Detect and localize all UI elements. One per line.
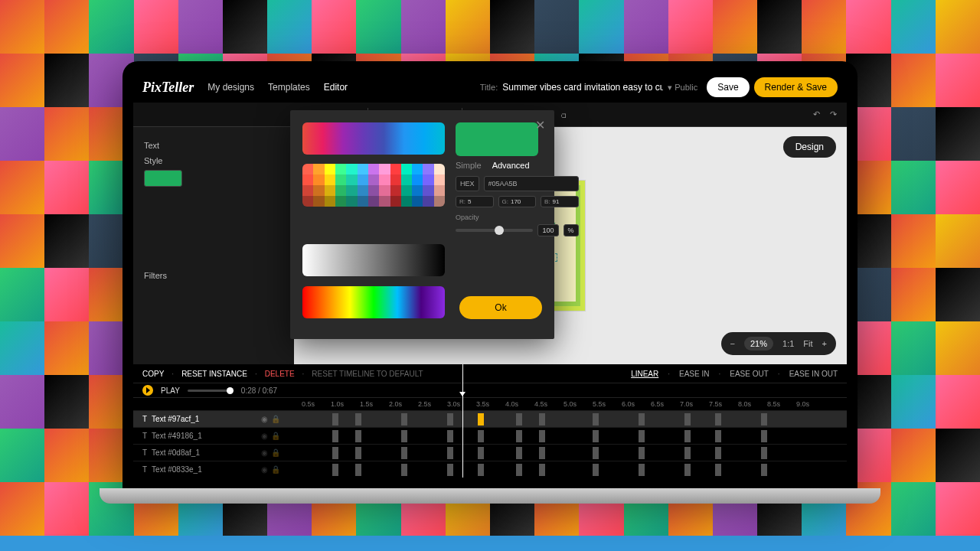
style-color-chip[interactable] — [144, 170, 182, 187]
zoom-percent[interactable]: 21% — [744, 337, 773, 350]
keyframe[interactable] — [761, 430, 767, 442]
keyframe[interactable] — [715, 430, 721, 442]
keyframe[interactable] — [684, 430, 691, 442]
keyframe[interactable] — [516, 464, 522, 476]
keyframe[interactable] — [401, 464, 407, 476]
keyframe[interactable] — [447, 464, 453, 476]
keyframe[interactable] — [332, 430, 338, 442]
keyframe[interactable] — [639, 447, 645, 459]
keyframe[interactable] — [355, 413, 361, 425]
keyframe[interactable] — [539, 447, 545, 459]
keyframe[interactable] — [401, 413, 407, 425]
keyframe[interactable] — [593, 430, 599, 442]
play-button-icon[interactable] — [142, 385, 153, 396]
keyframe[interactable] — [715, 464, 721, 476]
keyframe[interactable] — [715, 447, 721, 459]
keyframe[interactable] — [332, 447, 338, 459]
timeline-row[interactable]: TText #0d8af_1◉🔒 — [133, 444, 847, 461]
keyframe[interactable] — [332, 464, 338, 476]
keyframe[interactable] — [593, 447, 599, 459]
title-input[interactable] — [502, 82, 663, 93]
lock-icon[interactable]: 🔒 — [271, 448, 280, 457]
play-progress-slider[interactable] — [188, 390, 234, 392]
keyframe[interactable] — [355, 430, 361, 442]
keyframe[interactable] — [478, 413, 484, 425]
keyframe[interactable] — [478, 430, 484, 442]
visibility-icon[interactable]: ◉ — [261, 465, 268, 474]
keyframe[interactable] — [684, 447, 691, 459]
visibility-icon[interactable]: ◉ — [261, 432, 268, 440]
keyframe[interactable] — [684, 413, 691, 425]
keyframe[interactable] — [355, 464, 361, 476]
timeline-row[interactable]: TText #97acf_1◉🔒 — [133, 410, 847, 427]
keyframe[interactable] — [401, 430, 407, 442]
keyframe[interactable] — [447, 447, 453, 459]
keyframe[interactable] — [639, 464, 645, 476]
keyframe[interactable] — [516, 413, 522, 425]
nav-editor[interactable]: Editor — [324, 82, 348, 93]
keyframe[interactable] — [539, 430, 545, 442]
keyframe[interactable] — [401, 447, 407, 459]
keyframe[interactable] — [639, 430, 645, 442]
keyframe[interactable] — [761, 447, 767, 459]
opacity-slider[interactable] — [456, 229, 533, 232]
keyframe[interactable] — [539, 413, 545, 425]
g-input[interactable]: G:170 — [498, 196, 537, 207]
visibility-dropdown[interactable]: ▾ Public — [668, 83, 697, 93]
easing-ease-in-out[interactable]: EASE IN OUT — [789, 370, 838, 378]
timeline-copy[interactable]: COPY — [142, 370, 164, 378]
tab-advanced[interactable]: Advanced — [492, 161, 530, 170]
timeline-row[interactable]: TText #49186_1◉🔒 — [133, 427, 847, 444]
undo-icon[interactable]: ↶ — [810, 109, 822, 121]
keyframe[interactable] — [539, 464, 545, 476]
color-palette-1[interactable] — [302, 122, 445, 155]
rainbow-palette[interactable] — [302, 286, 445, 318]
easing-ease-out[interactable]: EASE OUT — [730, 370, 769, 378]
hex-input[interactable] — [484, 176, 579, 191]
keyframe[interactable] — [593, 464, 599, 476]
visibility-icon[interactable]: ◉ — [261, 415, 268, 423]
design-button[interactable]: Design — [783, 136, 836, 158]
timeline-row[interactable]: TText #0833e_1◉🔒 — [133, 461, 847, 478]
zoom-in-button[interactable]: + — [822, 339, 827, 348]
keyframe[interactable] — [355, 447, 361, 459]
keyframe[interactable] — [715, 413, 721, 425]
r-input[interactable]: R:5 — [456, 196, 494, 207]
opacity-value[interactable]: 100 — [537, 224, 558, 236]
save-button[interactable]: Save — [707, 77, 749, 97]
keyframe[interactable] — [447, 413, 453, 425]
lock-icon[interactable]: 🔒 — [271, 432, 280, 440]
one-to-one-button[interactable]: 1:1 — [782, 339, 794, 348]
grayscale-palette[interactable] — [302, 244, 445, 276]
tab-simple[interactable]: Simple — [456, 161, 482, 170]
keyframe[interactable] — [332, 413, 338, 425]
redo-icon[interactable]: ↷ — [827, 109, 839, 121]
nav-my-designs[interactable]: My designs — [207, 82, 254, 93]
lock-icon[interactable]: 🔒 — [271, 415, 280, 423]
close-icon[interactable]: ✕ — [535, 118, 545, 132]
align-bottom-icon[interactable]: ⫏ — [557, 109, 570, 121]
keyframe[interactable] — [639, 413, 645, 425]
ok-button[interactable]: Ok — [459, 296, 542, 319]
keyframe[interactable] — [478, 464, 484, 476]
zoom-out-button[interactable]: − — [730, 339, 735, 348]
keyframe[interactable] — [593, 413, 599, 425]
keyframe[interactable] — [761, 413, 767, 425]
keyframe[interactable] — [447, 430, 453, 442]
keyframe[interactable] — [516, 447, 522, 459]
keyframe[interactable] — [761, 464, 767, 476]
timeline-delete[interactable]: DELETE — [265, 370, 295, 378]
render-save-button[interactable]: Render & Save — [754, 77, 838, 97]
visibility-icon[interactable]: ◉ — [261, 448, 268, 457]
keyframe[interactable] — [478, 447, 484, 459]
timeline-ruler[interactable]: 0.5s1.0s1.5s2.0s2.5s3.0s3.5s4.0s4.5s5.0s… — [133, 398, 847, 410]
fit-button[interactable]: Fit — [803, 339, 812, 348]
b-input[interactable]: B:91 — [541, 196, 579, 207]
lock-icon[interactable]: 🔒 — [271, 465, 280, 474]
color-palette-2[interactable] — [302, 164, 445, 207]
keyframe[interactable] — [684, 464, 691, 476]
easing-ease-in[interactable]: EASE IN — [679, 370, 709, 378]
easing-linear[interactable]: LINEAR — [631, 370, 658, 378]
timeline-reset-instance[interactable]: RESET INSTANCE — [181, 370, 247, 378]
nav-templates[interactable]: Templates — [268, 82, 310, 93]
